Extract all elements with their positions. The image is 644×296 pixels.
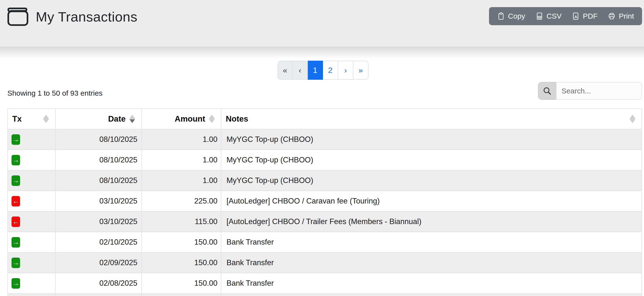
print-button[interactable]: Print	[602, 7, 639, 25]
page-button[interactable]: 2	[323, 61, 338, 80]
tx-cell: →	[8, 253, 55, 273]
export-toolbar: Copy CSV PDF Print	[489, 7, 642, 25]
notes-cell: [AutoLedger] CHBOO / Caravan fee (Tourin…	[221, 191, 642, 211]
amount-cell: 1.00	[142, 170, 221, 191]
partial-table-row	[8, 294, 642, 296]
toolbar-button-label: CSV	[546, 12, 562, 20]
partial-row-body	[8, 294, 642, 296]
arrow-right-badge-icon: →	[12, 258, 20, 268]
tx-cell: →	[8, 273, 55, 294]
notes-cell: Bank Transfer	[221, 253, 642, 273]
notes-cell: Bank Transfer	[221, 232, 642, 253]
arrow-right-badge-icon: →	[12, 134, 20, 145]
sort-arrows-icon	[209, 115, 214, 123]
page-title: My Transactions	[36, 9, 137, 25]
table-row: → 08/10/2025 1.00 MyYGC Top-up (CHBOO)	[8, 129, 642, 150]
search-button[interactable]	[538, 82, 556, 100]
column-header[interactable]: Date	[55, 109, 142, 129]
arrow-right-badge-icon: →	[12, 155, 20, 165]
pdf-button[interactable]: PDF	[566, 7, 602, 25]
notes-cell: MyYGC Top-up (CHBOO)	[221, 129, 642, 150]
date-cell: 03/10/2025	[55, 211, 142, 232]
notes-cell: Bank Transfer	[221, 273, 642, 294]
amount-cell: 225.00	[142, 191, 221, 211]
search-group	[538, 82, 642, 100]
table-row: → 02/10/2025 150.00 Bank Transfer	[8, 232, 642, 253]
tx-cell: →	[8, 170, 55, 191]
tx-cell: →	[8, 150, 55, 170]
amount-cell: 115.00	[142, 211, 221, 232]
amount-cell: 1.00	[142, 129, 221, 150]
printer-icon	[608, 12, 616, 20]
arrow-right-badge-icon: →	[12, 278, 20, 289]
table-row: → 08/10/2025 1.00 MyYGC Top-up (CHBOO)	[8, 150, 642, 170]
arrow-left-badge-icon: ←	[12, 196, 20, 207]
amount-cell: 150.00	[142, 253, 221, 273]
column-header[interactable]: Tx	[8, 109, 55, 129]
clipboard-icon	[497, 12, 505, 20]
page-button[interactable]: »	[353, 61, 368, 80]
table-row: ← 03/10/2025 115.00 [AutoLedger] CHBOO /…	[8, 211, 642, 232]
pdf-file-icon	[572, 12, 580, 20]
notes-cell: MyYGC Top-up (CHBOO)	[221, 170, 642, 191]
notes-cell: [AutoLedger] CHBOO / Trailer Fees (Membe…	[221, 211, 642, 232]
amount-cell: 1.00	[142, 150, 221, 170]
tx-cell: →	[8, 232, 55, 253]
column-header[interactable]: Amount	[142, 109, 221, 129]
header: My Transactions Copy CSV PDF Print	[0, 0, 644, 46]
table-row: → 08/10/2025 1.00 MyYGC Top-up (CHBOO)	[8, 170, 642, 191]
date-cell: 08/10/2025	[55, 150, 142, 170]
notes-cell: MyYGC Top-up (CHBOO)	[221, 150, 642, 170]
date-cell: 08/10/2025	[55, 129, 142, 150]
csv-file-icon	[536, 12, 543, 20]
arrow-left-badge-icon: ←	[12, 217, 20, 227]
search-input[interactable]	[556, 82, 642, 100]
tx-cell: ←	[8, 191, 55, 211]
arrow-right-badge-icon: →	[12, 175, 20, 186]
column-header-label: Notes	[226, 114, 248, 123]
date-cell: 02/08/2025	[55, 273, 142, 294]
column-header-label: Amount	[174, 114, 205, 123]
date-cell: 03/10/2025	[55, 191, 142, 211]
toolbar-button-label: PDF	[583, 12, 598, 20]
amount-cell: 150.00	[142, 273, 221, 294]
date-cell: 02/10/2025	[55, 232, 142, 253]
csv-button[interactable]: CSV	[530, 7, 567, 25]
page-button[interactable]: «	[278, 61, 292, 80]
pagination: «‹12›»	[278, 61, 368, 80]
wallet-icon	[7, 7, 28, 26]
sort-arrows-icon	[630, 115, 635, 123]
search-icon	[543, 86, 552, 96]
table-row: → 02/08/2025 150.00 Bank Transfer	[8, 273, 642, 294]
transactions-table: Tx Date Amount Notes → 08/10/2025 1.00 M…	[7, 108, 642, 296]
table-row: → 02/09/2025 150.00 Bank Transfer	[8, 253, 642, 273]
tx-cell: ←	[8, 211, 55, 232]
page-button[interactable]: ›	[338, 61, 353, 80]
date-cell: 02/09/2025	[55, 253, 142, 273]
date-cell: 08/10/2025	[55, 170, 142, 191]
page: My Transactions Copy CSV PDF Print «‹12›…	[0, 0, 644, 296]
sort-arrows-icon	[43, 115, 49, 123]
tx-cell: →	[8, 129, 55, 150]
page-button[interactable]: ‹	[292, 61, 308, 80]
toolbar-button-label: Print	[619, 12, 634, 20]
toolbar-button-label: Copy	[508, 12, 525, 20]
column-header-label: Tx	[12, 114, 22, 123]
amount-cell: 150.00	[142, 232, 221, 253]
page-button[interactable]: 1	[308, 61, 323, 80]
copy-button[interactable]: Copy	[492, 7, 530, 25]
table-row: ← 03/10/2025 225.00 [AutoLedger] CHBOO /…	[8, 191, 642, 211]
table-header-row: Tx Date Amount Notes	[8, 109, 642, 129]
column-header-label: Date	[108, 114, 126, 123]
entries-info: Showing 1 to 50 of 93 entries	[7, 89, 102, 97]
table-body: → 08/10/2025 1.00 MyYGC Top-up (CHBOO) →…	[8, 129, 642, 294]
sort-arrows-icon	[130, 115, 135, 123]
column-header[interactable]: Notes	[221, 109, 642, 129]
arrow-right-badge-icon: →	[12, 237, 20, 248]
